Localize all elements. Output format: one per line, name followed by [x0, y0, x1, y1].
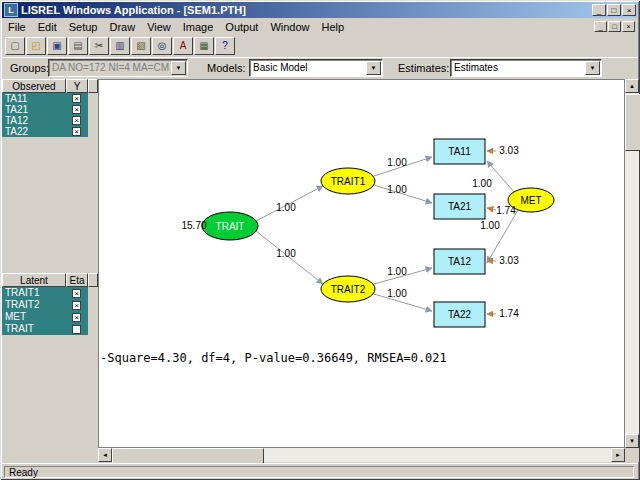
save-icon[interactable]: ▣: [47, 37, 67, 55]
minimize-button[interactable]: _: [592, 4, 606, 16]
estimates-label: Estimates:: [398, 62, 449, 74]
variable-label: TA22: [5, 126, 28, 137]
groups-dropdown[interactable]: DA NO=172 NI=4 MA=CM ▼: [48, 59, 188, 77]
title-bar: L LISREL Windows Application - [SEM1.PTH…: [2, 2, 638, 18]
estimates-dropdown-arrow-icon[interactable]: ▼: [585, 61, 600, 75]
lisrel-window: L LISREL Windows Application - [SEM1.PTH…: [0, 0, 640, 480]
node-label-TRAIT1: TRAIT1: [331, 176, 366, 187]
observed-row-ta12[interactable]: TA12 ×: [2, 115, 88, 126]
path-diagram-canvas[interactable]: TRAITTRAIT1TRAIT2METTA11TA21TA12TA221.00…: [98, 79, 625, 448]
menu-file[interactable]: File: [2, 20, 32, 34]
observed-column-header[interactable]: Observed: [2, 79, 66, 93]
latent-row-trait1[interactable]: TRAIT1 ×: [2, 287, 88, 299]
groups-dropdown-arrow-icon[interactable]: ▼: [171, 61, 186, 75]
menu-output[interactable]: Output: [219, 20, 264, 34]
status-bar: Ready: [2, 463, 638, 479]
scrollbar-corner: [625, 448, 639, 462]
horizontal-scroll-thumb[interactable]: [112, 448, 264, 464]
open-file-icon[interactable]: ◰: [26, 37, 46, 55]
latent-row-trait2[interactable]: TRAIT2 ×: [2, 299, 88, 311]
coefficient-label-trait-to-trait2: 1.00: [276, 248, 296, 259]
cut-icon[interactable]: ✂: [89, 37, 109, 55]
maximize-button[interactable]: □: [607, 4, 621, 16]
groups-value: DA NO=172 NI=4 MA=CM: [49, 60, 170, 76]
y-checkbox[interactable]: ×: [72, 105, 81, 114]
lisrel-app-icon: L: [4, 3, 18, 17]
coefficient-label-met-to-ta12: 1.00: [480, 220, 500, 231]
coefficient-label-trait-to-trait1: 1.00: [276, 202, 296, 213]
options-icon[interactable]: ▦: [194, 37, 214, 55]
y-checkbox[interactable]: ×: [72, 116, 81, 125]
models-dropdown[interactable]: Basic Model ▼: [249, 59, 383, 77]
coefficient-label-variance-trait: 15.70: [181, 220, 206, 231]
path-arrow-error-ta21[interactable]: [487, 208, 496, 210]
mdi-close-button[interactable]: ×: [622, 21, 635, 32]
coefficient-label-error-ta11: 3.03: [499, 145, 519, 156]
menu-edit[interactable]: Edit: [32, 20, 63, 34]
fit-statistics: -Square=4.30, df=4, P-value=0.36649, RMS…: [100, 351, 447, 365]
eta-checkbox[interactable]: ×: [72, 301, 81, 310]
close-button[interactable]: ×: [622, 4, 636, 16]
horizontal-scrollbar[interactable]: ◄ ►: [98, 448, 625, 462]
observed-header-stub: [88, 79, 98, 93]
node-label-MET: MET: [520, 195, 541, 206]
observed-row-ta11[interactable]: TA11 ×: [2, 93, 88, 104]
menu-draw[interactable]: Draw: [103, 20, 141, 34]
variable-label: TA21: [5, 104, 28, 115]
menu-setup[interactable]: Setup: [63, 20, 104, 34]
eta-checkbox[interactable]: [72, 325, 81, 334]
node-label-TRAIT2: TRAIT2: [331, 284, 366, 295]
latent-row-met[interactable]: MET ×: [2, 311, 88, 323]
models-dropdown-arrow-icon[interactable]: ▼: [366, 61, 381, 75]
groups-label: Groups:: [10, 62, 49, 74]
coefficient-label-trait1-to-ta11: 1.00: [387, 157, 407, 168]
variable-label: TRAIT1: [5, 287, 39, 298]
latent-column-header[interactable]: Latent: [2, 273, 66, 287]
coefficient-label-trait1-to-ta21: 1.00: [387, 184, 407, 195]
scroll-right-icon[interactable]: ►: [611, 448, 625, 462]
y-checkbox[interactable]: ×: [72, 94, 81, 103]
print-icon[interactable]: ▤: [68, 37, 88, 55]
paste-icon[interactable]: ▧: [131, 37, 151, 55]
menu-window[interactable]: Window: [264, 20, 315, 34]
latent-row-trait[interactable]: TRAIT: [2, 323, 88, 335]
model-selector-row: Groups: DA NO=172 NI=4 MA=CM ▼ Models: B…: [2, 58, 638, 79]
models-label: Models:: [207, 62, 246, 74]
coefficient-label-error-ta21: 1.74: [496, 205, 516, 216]
menu-view[interactable]: View: [141, 20, 177, 34]
scroll-up-icon[interactable]: ▲: [625, 79, 639, 93]
mdi-restore-button[interactable]: □: [608, 21, 621, 32]
copy-icon[interactable]: ▥: [110, 37, 130, 55]
scroll-down-icon[interactable]: ▼: [625, 434, 639, 448]
font-icon[interactable]: A: [173, 37, 193, 55]
estimates-dropdown[interactable]: Estimates ▼: [450, 59, 602, 77]
menu-help[interactable]: Help: [316, 20, 351, 34]
scroll-left-icon[interactable]: ◄: [98, 448, 112, 462]
path-diagram: TRAITTRAIT1TRAIT2METTA11TA21TA12TA221.00…: [99, 80, 624, 447]
models-value: Basic Model: [250, 60, 365, 76]
menu-image[interactable]: Image: [177, 20, 220, 34]
coefficient-label-error-ta12: 3.03: [499, 255, 519, 266]
y-checkbox[interactable]: ×: [72, 127, 81, 136]
latent-eta-column-header[interactable]: Eta: [66, 273, 88, 287]
coefficient-label-trait2-to-ta22: 1.00: [387, 288, 407, 299]
zoom-icon[interactable]: ◎: [152, 37, 172, 55]
mdi-minimize-button[interactable]: _: [594, 21, 607, 32]
variable-label: MET: [5, 311, 26, 322]
variable-label: TRAIT: [5, 323, 34, 334]
observed-row-ta21[interactable]: TA21 ×: [2, 104, 88, 115]
eta-checkbox[interactable]: ×: [72, 289, 81, 298]
vertical-scroll-thumb[interactable]: [625, 94, 640, 151]
eta-checkbox[interactable]: ×: [72, 313, 81, 322]
help-icon[interactable]: ?: [215, 37, 235, 55]
variable-label: TRAIT2: [5, 299, 39, 310]
status-text: Ready: [4, 466, 634, 478]
variable-label: TA12: [5, 115, 28, 126]
observed-row-ta22[interactable]: TA22 ×: [2, 126, 88, 137]
node-label-TA21: TA21: [448, 201, 472, 212]
estimates-value: Estimates: [451, 60, 584, 76]
observed-y-column-header[interactable]: Y: [66, 79, 88, 93]
vertical-scrollbar[interactable]: ▲ ▼: [625, 79, 639, 448]
new-document-icon[interactable]: ▢: [5, 37, 25, 55]
coefficient-label-met-to-ta11: 1.00: [472, 178, 492, 189]
